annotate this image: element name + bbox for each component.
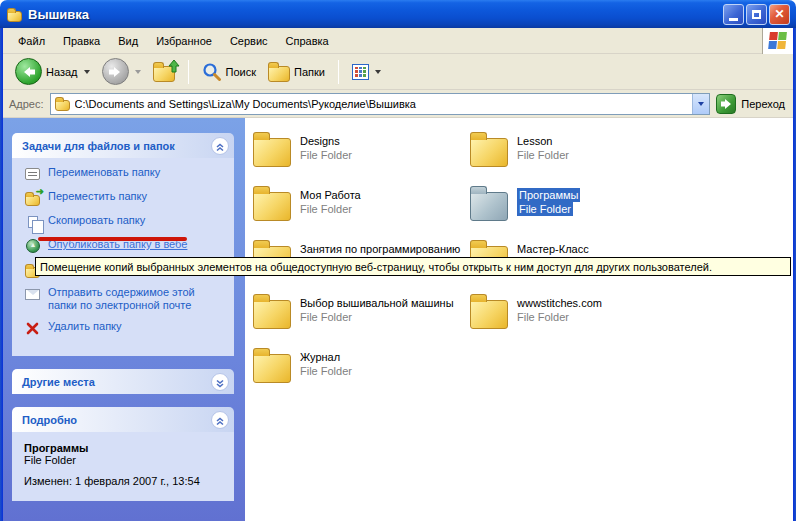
copy-folder-icon <box>24 214 41 230</box>
forward-dropdown-icon <box>135 70 141 74</box>
menu-view[interactable]: Вид <box>109 31 147 51</box>
up-button[interactable] <box>149 59 179 84</box>
folder-tile-programmy-selected[interactable]: ПрограммыFile Folder <box>470 185 580 221</box>
window-folder-icon <box>7 11 22 22</box>
address-dropdown-button[interactable] <box>692 94 709 114</box>
search-button[interactable]: Поиск <box>198 60 260 83</box>
tasks-panel: Задачи для файлов и папок Переименовать … <box>12 133 234 356</box>
maximize-icon <box>752 10 761 19</box>
menu-help[interactable]: Справка <box>277 31 338 51</box>
details-panel-title: Подробно <box>22 414 77 426</box>
forward-icon <box>102 58 129 85</box>
explorer-window: { "window": { "title": "Вышивка" }, "men… <box>0 0 796 521</box>
details-modified-date: Изменен: 1 февраля 2007 г., 13:54 <box>24 475 228 487</box>
email-icon <box>24 286 41 302</box>
details-panel: Подробно Программы File Folder Изменен: … <box>12 407 234 501</box>
tasks-panel-title: Задачи для файлов и папок <box>22 140 175 152</box>
views-icon <box>352 64 369 80</box>
folder-tile-lesson[interactable]: LessonFile Folder <box>470 131 569 167</box>
toolbar-separator <box>188 60 189 84</box>
close-icon: ✕ <box>774 8 784 20</box>
expand-button[interactable] <box>211 373 229 391</box>
views-dropdown-icon <box>375 70 381 74</box>
other-places-title: Другие места <box>22 376 95 388</box>
back-dropdown-icon[interactable] <box>84 70 90 74</box>
details-file-name: Программы <box>24 442 228 454</box>
window-title: Вышивка <box>28 7 723 22</box>
folder-tile-zhurnal[interactable]: ЖурналFile Folder <box>253 347 352 383</box>
go-button[interactable]: Переход <box>716 94 787 114</box>
address-label: Адрес: <box>9 98 44 110</box>
back-button[interactable]: Назад <box>11 56 94 87</box>
menu-tools[interactable]: Сервис <box>221 31 277 51</box>
task-delete-folder[interactable]: Удалить папку <box>24 320 230 336</box>
folders-button[interactable]: Папки <box>264 59 329 84</box>
folder-tile-moya-rabota[interactable]: Моя РаботаFile Folder <box>253 185 361 221</box>
chevron-up-icon <box>214 414 226 426</box>
menu-favorites[interactable]: Избранное <box>147 31 221 51</box>
details-panel-body: Программы File Folder Изменен: 1 февраля… <box>12 432 234 501</box>
file-list-area[interactable]: DesignsFile Folder LessonFile Folder Моя… <box>245 118 793 521</box>
go-arrow-icon <box>716 94 736 114</box>
maximize-button[interactable] <box>746 4 767 25</box>
menu-edit[interactable]: Правка <box>54 31 109 51</box>
address-path[interactable]: C:\Documents and Settings\Liza\My Docume… <box>75 98 688 110</box>
other-places-header[interactable]: Другие места <box>12 369 234 394</box>
tooltip: Помещение копий выбранных элементов на о… <box>35 257 791 276</box>
window-border-left <box>0 28 3 521</box>
folder-tile-wwwstitches[interactable]: wwwstitches.comFile Folder <box>470 293 602 329</box>
up-arrow-icon <box>167 59 181 74</box>
toolbar: Назад Поиск Папки <box>3 54 793 90</box>
folder-icon-selected <box>470 192 508 221</box>
minimize-icon <box>729 18 738 21</box>
rename-folder-icon <box>24 166 41 182</box>
tasks-panel-header[interactable]: Задачи для файлов и папок <box>12 133 234 158</box>
other-places-panel: Другие места <box>12 369 234 394</box>
close-button[interactable]: ✕ <box>769 4 790 25</box>
collapse-button[interactable] <box>211 411 229 429</box>
go-label: Переход <box>741 98 785 110</box>
task-move-folder[interactable]: ➜ Переместить папку <box>24 190 230 206</box>
folders-icon <box>268 66 290 82</box>
toolbar-separator <box>338 60 339 84</box>
windows-logo <box>762 28 793 54</box>
details-file-type: File Folder <box>24 454 228 466</box>
address-folder-icon <box>55 100 70 111</box>
chevron-down-icon <box>698 102 704 106</box>
folder-tile-vybor-mashiny[interactable]: Выбор вышивальной машиныFile Folder <box>253 293 454 329</box>
search-icon <box>202 62 222 81</box>
folder-tile-designs[interactable]: DesignsFile Folder <box>253 131 352 167</box>
task-copy-folder[interactable]: Скопировать папку <box>24 214 230 230</box>
back-label: Назад <box>46 66 78 78</box>
folder-icon <box>253 354 291 383</box>
collapse-button[interactable] <box>211 137 229 155</box>
red-underline-annotation <box>38 237 187 241</box>
chevron-up-icon <box>214 140 226 152</box>
forward-button[interactable] <box>98 56 145 87</box>
title-bar: Вышивка ✕ <box>0 0 796 28</box>
folders-label: Папки <box>294 66 325 78</box>
tooltip-text: Помещение копий выбранных элементов на о… <box>40 261 712 273</box>
menu-file[interactable]: Файл <box>9 31 54 51</box>
details-panel-header[interactable]: Подробно <box>12 407 234 432</box>
folder-icon <box>470 138 508 167</box>
minimize-button[interactable] <box>723 4 744 25</box>
folder-icon <box>253 192 291 221</box>
address-combobox[interactable]: C:\Documents and Settings\Liza\My Docume… <box>50 93 711 115</box>
task-email-folder[interactable]: Отправить содержимое этой папки по элект… <box>24 286 230 312</box>
chevron-down-icon <box>214 376 226 388</box>
views-button[interactable] <box>348 62 385 82</box>
folder-icon <box>253 300 291 329</box>
search-label: Поиск <box>226 66 256 78</box>
folder-icon <box>253 138 291 167</box>
address-bar: Адрес: C:\Documents and Settings\Liza\My… <box>3 90 793 118</box>
task-rename-folder[interactable]: Переименовать папку <box>24 166 230 182</box>
delete-icon <box>24 320 41 336</box>
back-icon <box>15 58 42 85</box>
folder-icon <box>470 300 508 329</box>
task-pane-sidebar: Задачи для файлов и папок Переименовать … <box>3 118 245 521</box>
move-folder-icon: ➜ <box>24 190 41 206</box>
menu-bar: Файл Правка Вид Избранное Сервис Справка <box>3 28 793 54</box>
windows-flag-icon <box>768 32 788 50</box>
